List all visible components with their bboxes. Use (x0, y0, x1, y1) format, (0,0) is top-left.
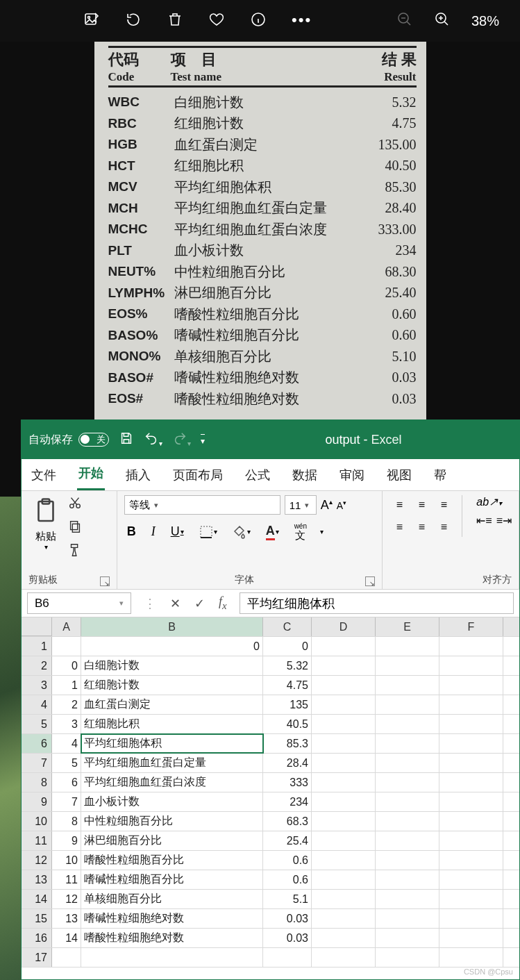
cell[interactable] (439, 870, 503, 889)
spreadsheet-grid[interactable]: ABCDEF 10020白细胞计数5.3231红细胞计数4.7542血红蛋白测定… (22, 617, 519, 979)
tab-帮[interactable]: 帮 (433, 460, 448, 490)
cell[interactable]: 血小板计数 (81, 792, 263, 811)
row-header[interactable]: 5 (22, 715, 52, 733)
cell[interactable]: 5.1 (263, 890, 312, 908)
cell[interactable] (312, 890, 376, 908)
cell[interactable] (439, 676, 503, 695)
cell[interactable]: 0.03 (263, 929, 312, 947)
delete-icon[interactable] (167, 11, 183, 31)
col-header-C[interactable]: C (263, 617, 312, 636)
cell[interactable]: 红细胞计数 (81, 676, 263, 695)
cell[interactable] (376, 812, 439, 831)
cell[interactable] (376, 870, 439, 889)
col-header-F[interactable]: F (439, 617, 503, 636)
align-bottom-icon[interactable]: ≡ (434, 495, 453, 515)
cell[interactable] (439, 831, 503, 850)
row-header[interactable]: 7 (22, 754, 52, 772)
zoom-percent[interactable]: 38% (471, 13, 499, 29)
cell[interactable] (376, 695, 439, 714)
edit-image-icon[interactable] (83, 11, 100, 31)
cell[interactable] (376, 637, 439, 656)
col-header-E[interactable]: E (376, 617, 439, 636)
decrease-font-icon[interactable]: A▾ (337, 499, 346, 511)
bold-button[interactable]: B (124, 523, 139, 540)
redo-icon[interactable]: ▾ (172, 431, 191, 449)
col-header-A[interactable]: A (52, 617, 81, 636)
cell[interactable]: 4.75 (263, 676, 312, 695)
cell[interactable] (312, 656, 376, 675)
cell[interactable]: 333 (263, 773, 312, 792)
cell[interactable]: 单核细胞百分比 (81, 890, 263, 908)
cell[interactable]: 平均红细胞血红蛋白定量 (81, 754, 263, 772)
row-header[interactable]: 14 (22, 890, 52, 908)
tab-开始[interactable]: 开始 (77, 458, 105, 490)
row-header[interactable]: 12 (22, 851, 52, 870)
formula-input[interactable]: 平均红细胞体积 (240, 592, 514, 614)
font-name-combo[interactable]: 等线 (124, 495, 280, 515)
row-header[interactable]: 4 (22, 695, 52, 714)
cell[interactable]: 平均红细胞血红蛋白浓度 (81, 773, 263, 792)
cancel-fx-icon[interactable]: ✕ (170, 596, 181, 611)
row-header[interactable]: 1 (22, 637, 52, 656)
increase-font-icon[interactable]: A▴ (321, 498, 333, 513)
info-icon[interactable] (250, 11, 267, 31)
cell[interactable] (376, 734, 439, 753)
cell[interactable]: 血红蛋白测定 (81, 695, 263, 714)
cell[interactable]: 白细胞计数 (81, 656, 263, 675)
more-icon[interactable]: ••• (292, 11, 312, 31)
cell[interactable] (439, 948, 503, 967)
cell[interactable] (376, 929, 439, 947)
cell[interactable] (439, 715, 503, 733)
cell[interactable]: 5.32 (263, 656, 312, 675)
row-header[interactable]: 8 (22, 773, 52, 792)
favorite-icon[interactable] (208, 11, 225, 31)
cell[interactable]: 1 (52, 676, 81, 695)
cell[interactable]: 11 (52, 870, 81, 889)
cell[interactable]: 6 (52, 773, 81, 792)
cell[interactable] (376, 715, 439, 733)
cell[interactable] (312, 734, 376, 753)
cell[interactable] (376, 656, 439, 675)
row-header[interactable]: 6 (22, 734, 52, 753)
cell[interactable]: 0 (52, 656, 81, 675)
cell[interactable]: 12 (52, 890, 81, 908)
cell[interactable] (263, 948, 312, 967)
cell[interactable] (439, 812, 503, 831)
format-painter-icon[interactable] (67, 542, 83, 560)
cell[interactable] (376, 831, 439, 850)
cell[interactable]: 7 (52, 792, 81, 811)
fill-color-button[interactable]: ▾ (230, 524, 253, 540)
row-header[interactable]: 15 (22, 909, 52, 928)
cell[interactable]: 8 (52, 812, 81, 831)
cell[interactable] (439, 890, 503, 908)
cell[interactable] (439, 754, 503, 772)
italic-button[interactable]: I (149, 523, 158, 540)
enter-fx-icon[interactable]: ✓ (194, 596, 205, 611)
cell[interactable] (376, 676, 439, 695)
phonetic-button[interactable]: wén文 (292, 522, 310, 542)
cell[interactable] (439, 929, 503, 947)
cell[interactable]: 4 (52, 734, 81, 753)
cell[interactable]: 嗜碱性粒细胞百分比 (81, 870, 263, 889)
cell[interactable]: 13 (52, 909, 81, 928)
select-all-corner[interactable] (22, 617, 52, 636)
rotate-icon[interactable] (125, 11, 142, 31)
decrease-indent-icon[interactable]: ⇤≡ (476, 514, 492, 527)
cell[interactable]: 3 (52, 715, 81, 733)
align-buttons[interactable]: ≡≡≡ ≡≡≡ (389, 495, 453, 537)
cell[interactable] (81, 948, 263, 967)
row-header[interactable]: 10 (22, 812, 52, 831)
cell[interactable]: 红细胞比积 (81, 715, 263, 733)
cell[interactable] (312, 909, 376, 928)
cell[interactable]: 85.3 (263, 734, 312, 753)
align-middle-icon[interactable]: ≡ (412, 495, 431, 515)
cell[interactable] (312, 831, 376, 850)
paste-button[interactable]: 粘贴 ▾ (28, 495, 63, 551)
cell[interactable] (439, 909, 503, 928)
cell[interactable] (439, 792, 503, 811)
cell[interactable] (376, 948, 439, 967)
cell[interactable] (439, 637, 503, 656)
cell[interactable] (439, 851, 503, 870)
cell[interactable]: 234 (263, 792, 312, 811)
row-header[interactable]: 9 (22, 792, 52, 811)
